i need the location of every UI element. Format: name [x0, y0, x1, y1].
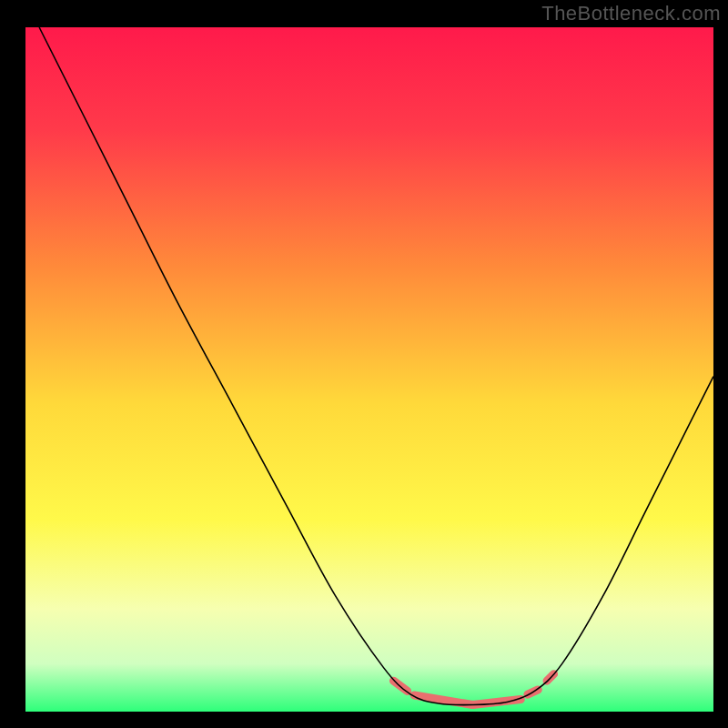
chart-container: TheBottleneck.com: [0, 0, 728, 728]
bottleneck-chart: [0, 0, 728, 728]
watermark-text: TheBottleneck.com: [541, 2, 721, 25]
plot-background: [25, 27, 713, 712]
